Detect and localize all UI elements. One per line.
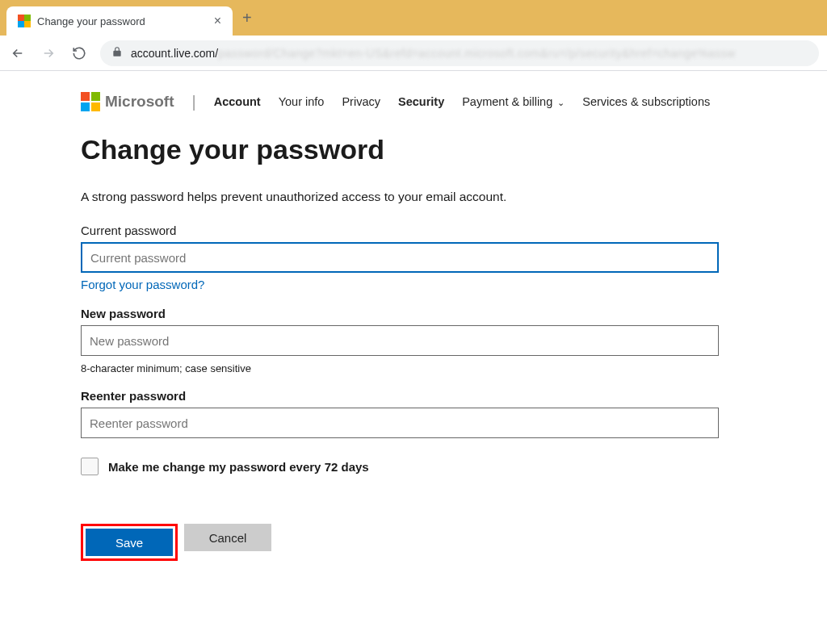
forgot-password-link[interactable]: Forgot your password? bbox=[81, 278, 204, 291]
page-subtitle: A strong password helps prevent unauthor… bbox=[81, 190, 746, 204]
password-hint: 8-character minimum; case sensitive bbox=[81, 362, 746, 374]
forward-button[interactable] bbox=[39, 46, 58, 61]
browser-tab[interactable]: Change your password × bbox=[6, 6, 233, 36]
back-button[interactable] bbox=[8, 46, 27, 61]
nav-your-info[interactable]: Your info bbox=[279, 95, 325, 108]
reenter-password-input[interactable] bbox=[81, 408, 719, 438]
microsoft-favicon-icon bbox=[18, 15, 31, 27]
microsoft-logo[interactable]: Microsoft bbox=[81, 92, 174, 111]
page-content: Microsoft | Account Your info Privacy Se… bbox=[0, 71, 827, 561]
nav-account[interactable]: Account bbox=[214, 95, 261, 108]
new-password-input[interactable] bbox=[81, 325, 719, 356]
nav-services[interactable]: Services & subscriptions bbox=[582, 95, 710, 108]
top-navigation: Microsoft | Account Your info Privacy Se… bbox=[81, 87, 746, 134]
save-button[interactable]: Save bbox=[86, 529, 173, 556]
new-password-label: New password bbox=[81, 307, 746, 320]
nav-privacy[interactable]: Privacy bbox=[342, 95, 380, 108]
new-tab-button[interactable]: + bbox=[233, 4, 262, 32]
close-tab-icon[interactable]: × bbox=[214, 15, 221, 27]
tab-bar: Change your password × + bbox=[0, 0, 827, 36]
button-row: Save Cancel bbox=[81, 524, 746, 561]
save-highlight: Save bbox=[81, 524, 178, 561]
browser-chrome: Change your password × + account.live.co… bbox=[0, 0, 827, 71]
tab-title: Change your password bbox=[37, 15, 208, 27]
current-password-group: Current password Forgot your password? bbox=[81, 224, 746, 292]
microsoft-wordmark: Microsoft bbox=[105, 93, 174, 111]
reenter-password-group: Reenter password bbox=[81, 389, 746, 438]
url-host: account.live.com/ bbox=[131, 47, 218, 60]
current-password-label: Current password bbox=[81, 224, 746, 237]
new-password-group: New password 8-character minimum; case s… bbox=[81, 307, 746, 374]
url-input[interactable]: account.live.com/password/Change?mkt=en-… bbox=[100, 40, 819, 66]
force-change-checkbox[interactable] bbox=[81, 458, 99, 475]
address-bar: account.live.com/password/Change?mkt=en-… bbox=[0, 36, 827, 71]
url-path-blurred: password/Change?mkt=en-US&refd=account.m… bbox=[218, 47, 735, 60]
nav-payment-label: Payment & billing bbox=[462, 95, 552, 108]
microsoft-logo-icon bbox=[81, 92, 100, 111]
cancel-button[interactable]: Cancel bbox=[184, 524, 271, 551]
lock-icon bbox=[111, 46, 123, 60]
force-change-label: Make me change my password every 72 days bbox=[108, 460, 369, 474]
page-title: Change your password bbox=[81, 134, 746, 165]
chevron-down-icon: ⌄ bbox=[557, 98, 565, 108]
force-change-row: Make me change my password every 72 days bbox=[81, 458, 746, 475]
current-password-input[interactable] bbox=[81, 242, 719, 273]
reenter-password-label: Reenter password bbox=[81, 389, 746, 403]
nav-payment[interactable]: Payment & billing ⌄ bbox=[462, 95, 565, 108]
nav-security[interactable]: Security bbox=[398, 95, 444, 108]
nav-divider: | bbox=[192, 93, 196, 111]
reload-button[interactable] bbox=[69, 46, 89, 61]
